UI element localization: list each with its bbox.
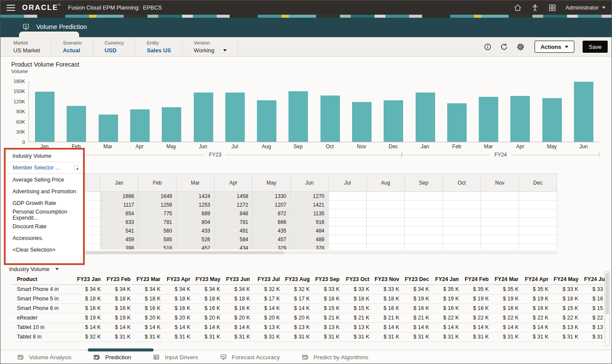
grid-cell[interactable] [405, 201, 443, 209]
grid-cell[interactable] [443, 192, 481, 201]
grid-cell[interactable]: 1135 [291, 209, 329, 218]
grid-cell[interactable]: 457 [253, 235, 291, 244]
grid-cell[interactable]: 584 [215, 235, 253, 244]
menu-item-member-selector[interactable]: Member Selector ... [6, 162, 83, 174]
grid-cell[interactable] [443, 218, 481, 227]
grid-cell[interactable]: 518 [138, 244, 176, 250]
grid-cell[interactable]: 585 [138, 235, 176, 244]
grid-cell[interactable] [481, 227, 519, 235]
chart-bar-feb-13[interactable] [447, 103, 467, 142]
tab-volume-analysis[interactable]: Volume Analysis [17, 350, 71, 364]
grid-cell[interactable] [519, 244, 557, 250]
grid-cell[interactable] [367, 201, 405, 209]
actions-button[interactable]: Actions [535, 41, 575, 53]
grid-cell[interactable]: 378 [291, 244, 329, 250]
tab-forecast-accuracy[interactable]: Forecast Accuracy [220, 350, 280, 364]
menu-item-average-selling-price[interactable]: Average Selling Price [6, 174, 83, 185]
pov-item-entity[interactable]: EntitySales US [147, 37, 183, 56]
pov-item-market[interactable]: MarketUS Market [13, 37, 51, 56]
pov-item-value[interactable]: USD [105, 47, 124, 54]
grid-cell[interactable]: 1272 [215, 201, 253, 209]
grid-cell[interactable]: 781 [138, 218, 176, 227]
chart-bar-nov-10[interactable] [352, 102, 372, 142]
grid-cell[interactable] [329, 227, 367, 235]
grid-cell[interactable]: 666 [253, 218, 291, 227]
grid-cell[interactable]: 848 [215, 209, 253, 218]
user-menu[interactable]: Administrator [565, 4, 606, 11]
navigator-menu-icon[interactable] [6, 5, 15, 11]
grid-cell[interactable]: 804 [176, 218, 215, 227]
chart-bar-aug-7[interactable] [257, 100, 276, 142]
menu-item-gdp-growth-rate[interactable]: GDP Growth Rate [6, 197, 83, 209]
grid-cell[interactable] [481, 209, 519, 218]
grid-cell[interactable]: 916 [291, 218, 329, 227]
chart-bar-mar-14[interactable] [479, 97, 498, 142]
grid-cell[interactable]: 1253 [176, 201, 215, 209]
grid-cell[interactable] [367, 244, 405, 250]
chart-bar-dec-11[interactable] [384, 100, 403, 142]
pov-item-value[interactable]: Working [194, 47, 226, 54]
grid-cell[interactable]: 1649 [138, 192, 176, 201]
chart-bar-may-16[interactable] [542, 98, 562, 142]
chart-bar-feb-1[interactable] [67, 106, 86, 142]
menu-item-industry-volume[interactable]: Industry Volume [6, 150, 83, 162]
grid-cell[interactable]: 654 [100, 209, 138, 218]
menu-item-discount-rate[interactable]: Discount Rate [6, 220, 83, 232]
grid-cell[interactable] [329, 218, 367, 227]
chart-bar-jun-5[interactable] [194, 93, 213, 142]
grid-cell[interactable]: 560 [138, 227, 176, 235]
home-icon[interactable] [513, 3, 522, 12]
grid-cell[interactable] [519, 209, 557, 218]
grid-cell[interactable]: 1117 [100, 201, 138, 209]
grid-cell[interactable]: 1666 [100, 192, 138, 201]
chart-bar-apr-15[interactable] [510, 96, 530, 142]
grid-cell[interactable] [367, 235, 405, 244]
grid-cell[interactable]: 435 [253, 227, 291, 235]
grid-cell[interactable] [329, 244, 367, 250]
grid-cell[interactable] [329, 209, 367, 218]
chart-bar-jan-12[interactable] [416, 93, 435, 142]
pov-item-scenario[interactable]: ScenarioActual [63, 37, 93, 56]
grid-cell[interactable]: 775 [138, 209, 176, 218]
grid-cell[interactable] [329, 201, 367, 209]
grid-cell[interactable]: 491 [215, 227, 253, 235]
grid-cell[interactable] [367, 218, 405, 227]
pov-item-currency[interactable]: CurrencyUSD [105, 37, 136, 56]
grid-cell[interactable] [481, 201, 519, 209]
chart-bar-mar-2[interactable] [99, 115, 118, 142]
grid-cell[interactable] [519, 192, 557, 201]
save-button[interactable]: Save [583, 41, 608, 53]
grid-cell[interactable]: 781 [215, 218, 253, 227]
grid-cell[interactable]: 1270 [291, 192, 329, 201]
grid-cell[interactable] [329, 192, 367, 201]
chart-bar-jun-17[interactable] [574, 82, 593, 142]
gear-icon[interactable] [516, 43, 525, 51]
refresh-icon[interactable] [500, 43, 508, 51]
chart-bar-may-4[interactable] [162, 107, 181, 142]
grid-cell[interactable]: 434 [215, 244, 253, 250]
grid-cell[interactable] [405, 235, 443, 244]
chart-bar-oct-9[interactable] [320, 96, 340, 142]
grid-cell[interactable] [367, 192, 405, 201]
grid-cell[interactable]: 459 [100, 235, 138, 244]
grid-cell[interactable]: 1259 [138, 201, 176, 209]
grid-cell[interactable] [443, 235, 481, 244]
info-icon[interactable] [484, 43, 492, 51]
grid-icon[interactable] [548, 3, 557, 12]
chart-bar-jul-6[interactable] [225, 93, 245, 142]
grid-cell[interactable]: 633 [100, 218, 138, 227]
grid-cell[interactable] [405, 218, 443, 227]
grid-cell[interactable] [329, 235, 367, 244]
menu-item-personal-consumption-expendit[interactable]: Personal Consumption Expendit... [6, 209, 83, 220]
tab-prediction[interactable]: Prediction [93, 350, 131, 364]
driver-selector[interactable]: Industry Volume [9, 266, 59, 272]
grid-cell[interactable] [405, 244, 443, 250]
grid-cell[interactable] [367, 227, 405, 235]
grid-cell[interactable]: 1421 [291, 201, 329, 209]
pov-item-value[interactable]: Actual [63, 47, 81, 54]
grid-cell[interactable]: 1424 [176, 192, 215, 201]
grid-cell[interactable]: 484 [291, 227, 329, 235]
grid-cell[interactable] [367, 209, 405, 218]
grid-cell[interactable] [519, 227, 557, 235]
grid-cell[interactable] [481, 192, 519, 201]
